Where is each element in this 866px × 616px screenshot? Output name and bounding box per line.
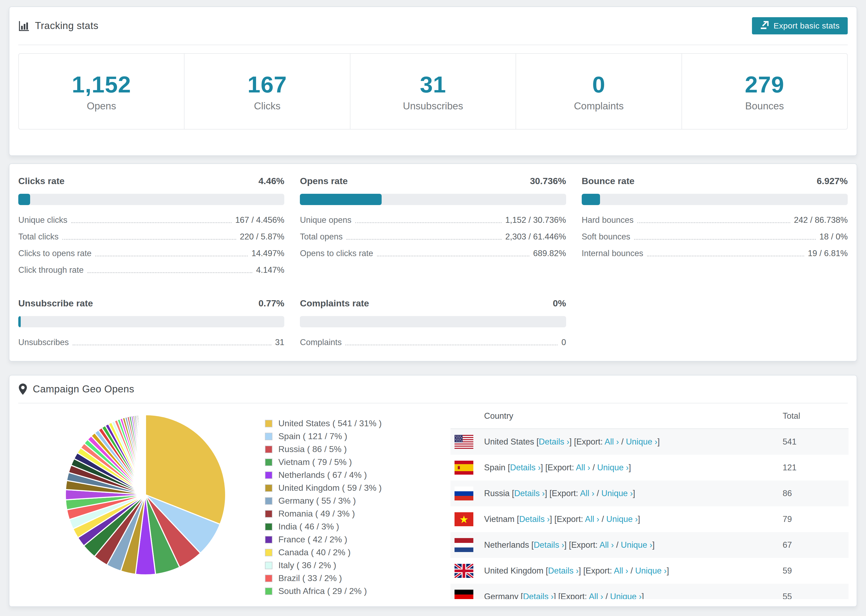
legend-item-russia[interactable]: Russia ( 86 / 5% ) (265, 444, 395, 454)
geo-pie-chart[interactable] (62, 412, 229, 578)
opens-rate-block: Opens rate 30.736% Unique opens 1,152 / … (300, 176, 566, 282)
flag-col-spacer (455, 409, 473, 423)
legend-swatch (265, 420, 272, 427)
details-link[interactable]: Details › (548, 566, 579, 575)
export-unique-link[interactable]: Unique › (621, 540, 652, 550)
export-unique-link[interactable]: Unique › (597, 463, 628, 472)
legend-item-spain[interactable]: Spain ( 121 / 7% ) (265, 431, 395, 441)
legend-item-italy[interactable]: Italy ( 36 / 2% ) (265, 560, 395, 570)
stat-cell-unsubscribes: 31Unsubscribes (350, 54, 516, 129)
legend-label: Russia ( 86 / 5% ) (279, 444, 347, 454)
rate-row-value: 167 / 4.456% (235, 215, 285, 225)
export-all-link[interactable]: All › (614, 566, 628, 575)
export-icon (760, 20, 769, 31)
table-row-nl: Netherlands [Details ›] [Export: All › /… (450, 532, 849, 558)
export-unique-link[interactable]: Unique › (635, 566, 667, 575)
legend-label: Brazil ( 33 / 2% ) (279, 573, 342, 583)
tracking-stats-title: Tracking stats (18, 20, 98, 31)
legend-item-india[interactable]: India ( 46 / 3% ) (265, 522, 395, 532)
export-all-link[interactable]: All › (580, 489, 594, 498)
stat-value: 167 (247, 71, 287, 98)
legend-swatch (265, 497, 272, 505)
rate-rows: Unique opens 1,152 / 30.736% Total opens… (300, 215, 566, 258)
details-link[interactable]: Details › (539, 437, 569, 446)
legend-item-netherlands[interactable]: Netherlands ( 67 / 4% ) (265, 470, 395, 480)
legend-item-brazil[interactable]: Brazil ( 33 / 2% ) (265, 573, 395, 583)
dotted-leader (638, 222, 790, 223)
stat-value: 279 (745, 71, 784, 98)
rate-rows: Complaints 0 (300, 338, 566, 347)
tracking-stats-card: Tracking stats Export basic stats 1,152O… (9, 6, 857, 156)
dotted-leader (647, 256, 804, 256)
us-flag-icon (455, 435, 473, 449)
export-unique-link[interactable]: Unique › (606, 514, 638, 524)
legend-item-united-kingdom[interactable]: United Kingdom ( 59 / 3% ) (265, 483, 395, 493)
legend-swatch (265, 562, 272, 569)
country-cell: Russia [Details ›] [Export: All › / Uniq… (484, 489, 783, 498)
details-link[interactable]: Details › (523, 592, 554, 599)
dotted-leader (87, 272, 252, 273)
dotted-leader (355, 222, 502, 223)
legend-item-south-africa[interactable]: South Africa ( 29 / 2% ) (265, 586, 395, 596)
table-row-es: Spain [Details ›] [Export: All › / Uniqu… (450, 455, 849, 481)
legend-item-france[interactable]: France ( 42 / 2% ) (265, 534, 395, 545)
rate-title: Complaints rate (300, 298, 369, 308)
rate-rows: Hard bounces 242 / 86.738% Soft bounces … (582, 215, 848, 258)
vn-flag-icon (455, 512, 473, 526)
table-row-gb: United Kingdom [Details ›] [Export: All … (450, 558, 849, 584)
stat-label: Unsubscribes (403, 101, 463, 112)
export-all-link[interactable]: All › (605, 437, 619, 446)
section-title: Campaign Geo Opens (33, 383, 134, 395)
legend-swatch (265, 433, 272, 440)
nl-flag-icon (455, 538, 473, 552)
unsubscribe-rate-block: Unsubscribe rate 0.77% Unsubscribes 31 (18, 298, 284, 354)
rate-row: Opens to clicks rate 689.82% (300, 248, 566, 258)
geo-header: Campaign Geo Opens (9, 376, 857, 403)
rate-row-value: 689.82% (533, 248, 566, 258)
legend-item-canada[interactable]: Canada ( 40 / 2% ) (265, 547, 395, 558)
details-link[interactable]: Details › (510, 463, 541, 472)
country-header: Country (484, 411, 783, 421)
es-flag-icon (455, 460, 473, 475)
total-cell: 55 (783, 592, 849, 599)
rate-value: 6.927% (817, 176, 848, 186)
legend-item-romania[interactable]: Romania ( 49 / 3% ) (265, 509, 395, 519)
legend-label: Vietnam ( 79 / 5% ) (279, 457, 352, 467)
rate-progress-bar (18, 316, 284, 327)
rate-head: Unsubscribe rate 0.77% (18, 298, 284, 308)
ru-flag-icon (455, 486, 473, 500)
rate-title: Clicks rate (18, 176, 65, 186)
export-unique-link[interactable]: Unique › (626, 437, 657, 446)
export-all-link[interactable]: All › (600, 540, 614, 550)
de-flag-icon (455, 590, 473, 599)
rate-row: Total opens 2,303 / 61.446% (300, 232, 566, 242)
details-link[interactable]: Details › (534, 540, 564, 550)
stat-label: Bounces (745, 101, 784, 112)
export-all-link[interactable]: All › (585, 514, 599, 524)
legend-item-united-states[interactable]: United States ( 541 / 31% ) (265, 418, 395, 428)
total-cell: 541 (783, 437, 849, 447)
stat-cell-complaints: 0Complaints (516, 54, 681, 129)
rate-row-label: Hard bounces (582, 215, 634, 225)
rates-grid: Clicks rate 4.46% Unique clicks 167 / 4.… (9, 164, 857, 354)
export-basic-stats-button[interactable]: Export basic stats (752, 17, 848, 35)
export-unique-link[interactable]: Unique › (610, 592, 642, 599)
rate-row-label: Click through rate (18, 265, 83, 275)
details-link[interactable]: Details › (514, 489, 545, 498)
legend-item-germany[interactable]: Germany ( 55 / 3% ) (265, 496, 395, 506)
rate-row-value: 14.497% (252, 248, 284, 258)
legend-item-vietnam[interactable]: Vietnam ( 79 / 5% ) (265, 457, 395, 467)
legend-swatch (265, 446, 272, 453)
rate-title: Bounce rate (582, 176, 635, 186)
total-cell: 79 (783, 514, 849, 524)
details-link[interactable]: Details › (519, 514, 550, 524)
legend-swatch (265, 575, 272, 582)
rate-row: Unique clicks 167 / 4.456% (18, 215, 284, 225)
legend-swatch (265, 484, 272, 492)
export-all-link[interactable]: All › (589, 592, 603, 599)
export-unique-link[interactable]: Unique › (601, 489, 633, 498)
legend-label: South Africa ( 29 / 2% ) (279, 586, 367, 596)
rate-row: Total clicks 220 / 5.87% (18, 232, 284, 242)
stat-label: Clicks (254, 101, 280, 112)
export-all-link[interactable]: All › (576, 463, 590, 472)
